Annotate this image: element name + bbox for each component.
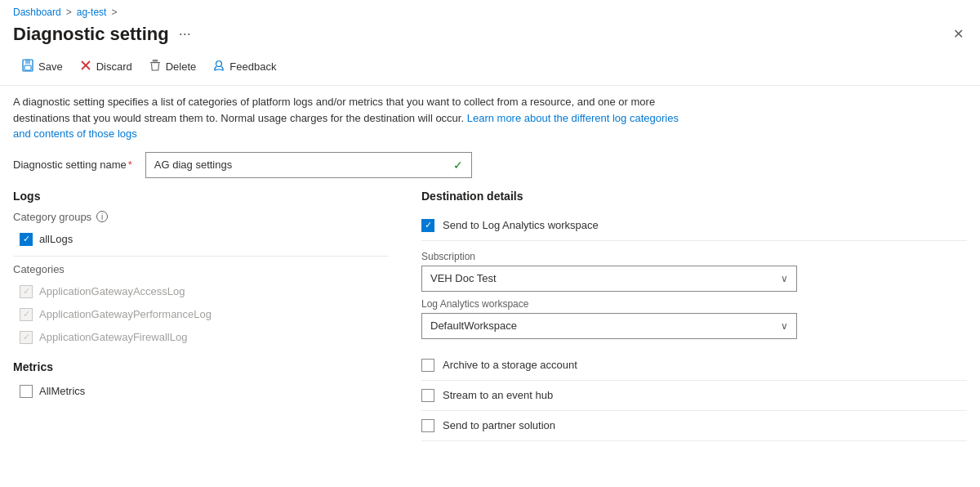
firewall-log-row: ApplicationGatewayFirewallLog [13,328,389,347]
subscription-container: Subscription VEH Doc Test ∨ [421,251,967,292]
svg-rect-1 [25,60,30,64]
alllogs-checkbox[interactable] [20,233,33,246]
event-hub-row: Stream to an event hub [421,381,967,411]
subscription-label: Subscription [421,251,967,262]
two-col-layout: Logs Category groups i allLogs Categorie… [0,190,980,441]
svg-rect-5 [150,62,160,63]
delete-label: Delete [166,60,197,73]
workspace-label: Log Analytics workspace [421,298,967,310]
page-header: Diagnostic setting ··· ✕ [0,21,980,51]
close-button[interactable]: ✕ [950,23,967,45]
subscription-value: VEH Doc Test [430,272,497,284]
toolbar: Save Discard Delete [0,51,980,86]
category-groups-header: Category groups i [13,211,389,223]
setting-name-row: Diagnostic setting name* AG diag setting… [0,152,980,190]
svg-rect-6 [153,60,158,62]
more-options-icon[interactable]: ··· [176,24,194,44]
feedback-button[interactable]: Feedback [204,55,284,78]
required-star: * [128,159,132,171]
page-title: Diagnostic setting [13,24,169,45]
save-icon [21,59,34,74]
destination-header: Destination details [421,190,967,203]
svg-rect-2 [24,65,31,70]
workspace-container: Log Analytics workspace DefaultWorkspace… [421,298,967,339]
discard-button[interactable]: Discard [71,55,140,78]
setting-name-value: AG diag settings [154,159,232,171]
firewall-log-checkbox[interactable] [20,331,33,344]
subscription-dropdown[interactable]: VEH Doc Test ∨ [421,266,797,292]
logs-section-header: Logs [13,190,389,203]
setting-name-input[interactable]: AG diag settings ✓ [145,152,472,178]
breadcrumb: Dashboard > ag-test > [0,0,980,21]
breadcrumb-sep1: > [66,7,72,18]
access-log-label: ApplicationGatewayAccessLog [39,285,185,297]
header-left: Diagnostic setting ··· [13,24,194,45]
event-hub-label: Stream to an event hub [443,389,553,401]
log-analytics-label: Send to Log Analytics workspace [443,219,599,231]
setting-name-label: Diagnostic setting name* [13,159,132,171]
breadcrumb-sep2: > [111,7,117,18]
partner-label: Send to partner solution [443,419,555,431]
svg-point-7 [216,61,222,67]
subscription-section: Subscription VEH Doc Test ∨ Log Analytic… [421,241,967,351]
discard-icon [79,59,92,74]
metrics-section: Metrics AllMetrics [13,360,389,401]
performance-log-row: ApplicationGatewayPerformanceLog [13,305,389,324]
allmetrics-checkbox[interactable] [20,385,33,398]
divider-1 [13,256,389,257]
discard-label: Discard [96,60,132,73]
workspace-chevron-icon: ∨ [781,320,788,332]
performance-log-label: ApplicationGatewayPerformanceLog [39,308,212,320]
info-icon[interactable]: i [96,211,108,222]
breadcrumb-dashboard[interactable]: Dashboard [13,7,61,18]
storage-checkbox[interactable] [421,359,434,372]
allmetrics-label: AllMetrics [39,385,85,397]
metrics-section-header: Metrics [13,360,389,373]
firewall-log-label: ApplicationGatewayFirewallLog [39,331,187,343]
workspace-dropdown[interactable]: DefaultWorkspace ∨ [421,313,797,339]
feedback-icon [212,59,225,74]
left-column: Logs Category groups i allLogs Categorie… [13,190,389,441]
access-log-row: ApplicationGatewayAccessLog [13,282,389,302]
event-hub-checkbox[interactable] [421,389,434,402]
subscription-chevron-icon: ∨ [781,273,788,284]
right-column: Destination details Send to Log Analytic… [421,190,967,441]
description-text: A diagnostic setting specifies a list of… [0,86,702,152]
delete-button[interactable]: Delete [140,55,205,78]
storage-row: Archive to a storage account [421,351,967,381]
alllogs-row: allLogs [13,230,389,249]
feedback-label: Feedback [229,60,276,73]
delete-icon [149,59,162,74]
categories-label: Categories [13,263,389,275]
storage-label: Archive to a storage account [443,359,577,371]
save-button[interactable]: Save [13,55,71,78]
alllogs-label: allLogs [39,233,73,245]
performance-log-checkbox[interactable] [20,308,33,321]
category-groups-label: Category groups [13,211,91,223]
input-valid-icon: ✓ [453,159,463,172]
workspace-value: DefaultWorkspace [430,319,517,332]
partner-checkbox[interactable] [421,419,434,432]
log-analytics-checkbox[interactable] [421,219,434,232]
save-label: Save [38,60,63,73]
partner-row: Send to partner solution [421,411,967,441]
page-container: Dashboard > ag-test > Diagnostic setting… [0,0,980,487]
access-log-checkbox[interactable] [20,285,33,298]
allmetrics-row: AllMetrics [13,382,389,401]
breadcrumb-agtest[interactable]: ag-test [77,7,107,18]
log-analytics-row: Send to Log Analytics workspace [421,211,967,241]
